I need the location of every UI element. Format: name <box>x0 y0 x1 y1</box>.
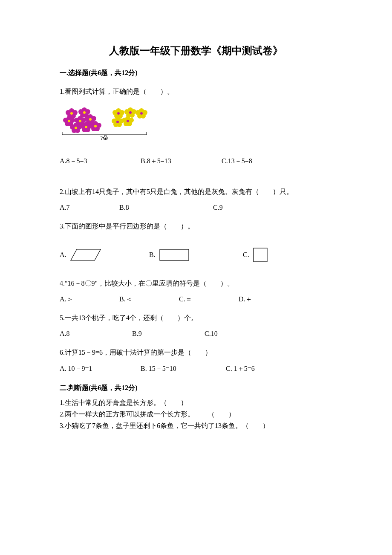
flower-icon <box>63 107 101 133</box>
option-a[interactable]: A.7 <box>60 202 119 213</box>
question-4-text: 4."16－8〇9"，比较大小，在〇里应填的符号是（ ）。 <box>60 278 332 289</box>
question-1-options: A.8－5=3 B.8＋5=13 C.13－5=8 <box>60 156 332 167</box>
question-3-text: 3.下面的图形中是平行四边形的是（ ）。 <box>60 221 332 232</box>
square-icon <box>252 246 269 263</box>
svg-point-77 <box>127 120 129 122</box>
tf-question-3: 3.小猫吃了7条鱼，盘子里还剩下6条鱼，它一共钓了13条鱼。（ ） <box>60 420 332 431</box>
option-c[interactable]: C.9 <box>213 202 223 213</box>
option-b[interactable]: B.＜ <box>119 294 179 305</box>
option-a[interactable]: A. 10－9=1 <box>60 363 141 374</box>
question-4-options: A.＞ B.＜ C.＝ D.＋ <box>60 294 332 305</box>
option-b[interactable]: B.8＋5=13 <box>141 156 222 167</box>
svg-point-65 <box>140 112 143 115</box>
flowers-image: ?朵 <box>60 106 149 140</box>
svg-point-23 <box>79 120 81 122</box>
svg-point-53 <box>117 112 120 115</box>
svg-point-71 <box>116 121 119 123</box>
svg-rect-79 <box>160 249 189 260</box>
option-a[interactable]: A.8 <box>60 328 132 339</box>
svg-point-59 <box>129 111 132 114</box>
option-b[interactable]: B.8 <box>119 202 213 213</box>
option-d[interactable]: D.＋ <box>239 294 252 305</box>
option-c[interactable]: C. <box>243 246 269 263</box>
svg-point-41 <box>85 126 87 128</box>
svg-rect-80 <box>254 248 267 262</box>
parallelogram-icon <box>69 248 102 262</box>
question-5-options: A.8 B.9 C.10 <box>60 328 332 339</box>
question-2-text: 2.山坡上有14只兔子，其中有5只是白兔，其他的是灰兔。灰兔有（ ）只。 <box>60 186 332 197</box>
question-6-text: 6.计算15－9=6，用破十法计算的第一步是（ ） <box>60 347 332 358</box>
option-a[interactable]: A. <box>60 248 149 262</box>
option-c[interactable]: C. 1＋5=6 <box>226 363 255 374</box>
option-a-label: A. <box>60 249 66 260</box>
question-3-options: A. B. C. <box>60 246 332 263</box>
tf-question-2: 2.两个一样大的正方形可以拼成一个长方形。 （ ） <box>60 408 332 420</box>
svg-point-17 <box>68 120 70 122</box>
flower-icon <box>112 107 147 127</box>
svg-point-5 <box>70 112 73 115</box>
option-c[interactable]: C.10 <box>205 328 218 339</box>
option-b-label: B. <box>149 249 156 260</box>
question-6-options: A. 10－9=1 B. 15－5=10 C. 1＋5=6 <box>60 363 332 374</box>
section-1-header: 一.选择题(共6题，共12分) <box>60 67 332 78</box>
option-c-label: C. <box>243 249 249 260</box>
svg-marker-78 <box>71 249 101 260</box>
svg-point-35 <box>75 127 77 129</box>
question-1-text: 1.看图列式计算，正确的是（ ）。 <box>60 86 332 97</box>
question-1-figure: ?朵 <box>60 106 332 143</box>
option-c[interactable]: C.13－5=8 <box>222 156 303 167</box>
rectangle-icon <box>158 248 191 262</box>
option-b[interactable]: B. <box>149 248 243 262</box>
option-c[interactable]: C.＝ <box>179 294 239 305</box>
option-a[interactable]: A.8－5=3 <box>60 156 141 167</box>
option-b[interactable]: B.9 <box>132 328 205 339</box>
figure-caption: ?朵 <box>101 135 109 140</box>
page-title: 人教版一年级下册数学《期中测试卷》 <box>60 43 332 59</box>
section-2-header: 二.判断题(共6题，共12分) <box>60 382 332 393</box>
svg-point-29 <box>89 118 92 121</box>
svg-point-47 <box>94 125 97 127</box>
option-a[interactable]: A.＞ <box>60 294 119 305</box>
question-2-options: A.7 B.8 C.9 <box>60 202 332 213</box>
tf-question-1: 1.生活中常见的牙膏盒是长方形。（ ） <box>60 397 332 408</box>
svg-point-11 <box>83 111 86 114</box>
question-5-text: 5.一共13个桃子，吃了4个，还剩（ ）个。 <box>60 312 332 324</box>
option-b[interactable]: B. 15－5=10 <box>141 363 226 374</box>
